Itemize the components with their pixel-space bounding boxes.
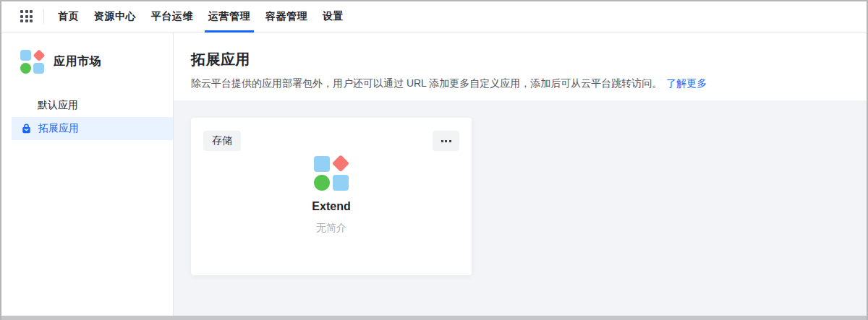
sidebar-menu: 默认应用 拓展应用 <box>1 94 173 140</box>
sidebar-item-default-apps[interactable]: 默认应用 <box>1 94 173 117</box>
sidebar: 应用市场 默认应用 拓展应用 <box>1 33 174 316</box>
logo-blue-square-2 <box>333 175 349 191</box>
logo-green-circle <box>20 63 31 74</box>
bag-icon <box>21 124 32 134</box>
nav-items: 首页 资源中心 平台运维 运营管理 容器管理 设置 <box>54 1 347 32</box>
more-actions-button[interactable] <box>433 131 459 151</box>
logo-red-diamond <box>33 50 44 61</box>
page-description: 除云平台提供的应用部署包外，用户还可以通过 URL 添加更多自定义应用，添加后可… <box>191 75 849 91</box>
app-name: Extend <box>203 200 459 213</box>
card-top-row: 存储 <box>203 131 459 151</box>
logo-blue-square <box>314 156 330 172</box>
apps-grid-icon[interactable] <box>20 10 33 23</box>
page-header: 拓展应用 除云平台提供的应用部署包外，用户还可以通过 URL 添加更多自定义应用… <box>174 33 867 100</box>
nav-item-resource-center[interactable]: 资源中心 <box>90 1 140 32</box>
nav-divider <box>43 9 44 24</box>
category-tag: 存储 <box>203 131 241 151</box>
app-market-logo-icon <box>20 50 44 74</box>
sidebar-item-extended-apps[interactable]: 拓展应用 <box>12 117 173 140</box>
logo-blue-square-2 <box>33 63 44 74</box>
sidebar-item-label: 拓展应用 <box>38 122 79 135</box>
logo-blue-square <box>20 50 31 61</box>
page-title: 拓展应用 <box>191 49 849 69</box>
nav-item-operation-mgmt[interactable]: 运营管理 <box>205 1 254 32</box>
app-card-extend[interactable]: 存储 Extend 无简介 <box>191 118 472 275</box>
horizontal-scrollbar[interactable] <box>1 316 867 320</box>
sidebar-header: 应用市场 <box>1 33 173 74</box>
nav-item-home[interactable]: 首页 <box>54 1 82 32</box>
app-window: 首页 资源中心 平台运维 运营管理 容器管理 设置 应用市场 默认应用 <box>0 0 868 320</box>
app-description: 无简介 <box>203 222 459 235</box>
sidebar-title: 应用市场 <box>54 54 101 69</box>
ellipsis-icon <box>441 140 443 142</box>
nav-item-platform-ops[interactable]: 平台运维 <box>148 1 197 32</box>
logo-green-circle <box>314 175 330 191</box>
nav-item-settings[interactable]: 设置 <box>319 1 347 32</box>
learn-more-link[interactable]: 了解更多 <box>666 77 707 89</box>
logo-red-diamond <box>333 156 349 172</box>
main-panel: 拓展应用 除云平台提供的应用部署包外，用户还可以通过 URL 添加更多自定义应用… <box>174 33 867 316</box>
nav-item-container-mgmt[interactable]: 容器管理 <box>262 1 311 32</box>
content-area: 存储 Extend 无简介 <box>174 100 867 316</box>
app-logo-icon <box>314 156 349 191</box>
page-description-text: 除云平台提供的应用部署包外，用户还可以通过 URL 添加更多自定义应用，添加后可… <box>191 77 662 89</box>
top-navigation: 首页 资源中心 平台运维 运营管理 容器管理 设置 <box>1 1 867 33</box>
